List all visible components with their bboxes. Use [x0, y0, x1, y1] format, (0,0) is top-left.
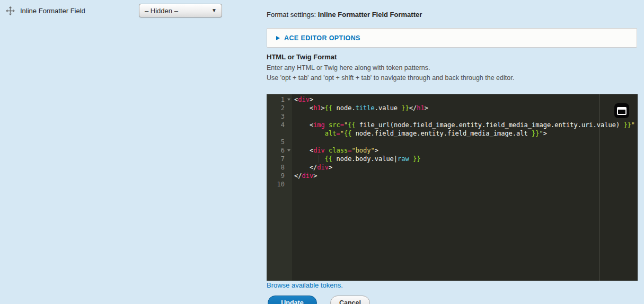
code-text: [292, 180, 294, 189]
code-line[interactable]: alt="{{ node.field_image.entity.field_me…: [267, 129, 638, 138]
format-select[interactable]: – Hidden – ▼: [139, 4, 222, 17]
field-row-label: Inline Formatter Field: [20, 7, 85, 15]
code-line[interactable]: 8 </div>: [267, 163, 638, 172]
select-arrow-icon: ▼: [211, 8, 217, 13]
format-description-line1: Enter any HTML or Twig here along with t…: [267, 64, 430, 71]
format-description-line2: Use 'opt + tab' and 'opt + shift + tab' …: [267, 74, 514, 82]
code-line[interactable]: 5: [267, 138, 638, 146]
cancel-button[interactable]: Cancel: [330, 296, 370, 304]
ace-editor-options-label: ACE EDITOR OPTIONS: [284, 34, 360, 42]
update-button[interactable]: Update: [268, 296, 317, 304]
format-settings-prefix: Format settings:: [267, 11, 318, 19]
drag-handle-icon[interactable]: [6, 6, 15, 15]
line-number: [267, 129, 292, 138]
code-line[interactable]: 2 <h1>{{ node.title.value }}</h1>: [267, 104, 638, 112]
html-twig-format-label: HTML or Twig Format: [267, 53, 337, 61]
format-settings-formatter-name: Inline Formatter Field Formatter: [318, 11, 422, 19]
code-text: <div>: [292, 95, 313, 104]
code-text: {{ node.body.value|raw }}: [292, 155, 420, 163]
line-number: 7: [267, 155, 292, 163]
code-lines: 1<div>2 <h1>{{ node.title.value }}</h1>3…: [267, 95, 638, 189]
code-text: [292, 112, 294, 121]
line-number: 6: [267, 146, 292, 155]
line-number: 2: [267, 104, 292, 112]
code-line[interactable]: 10: [267, 180, 638, 189]
fullscreen-toggle-button[interactable]: [614, 103, 629, 118]
ace-editor[interactable]: 1<div>2 <h1>{{ node.title.value }}</h1>3…: [267, 94, 638, 281]
line-number: 8: [267, 163, 292, 172]
line-number: 1: [267, 95, 292, 104]
code-text: </div>: [292, 163, 332, 172]
code-text: [292, 138, 294, 146]
code-line[interactable]: 9</div>: [267, 172, 638, 180]
format-select-value: – Hidden –: [139, 7, 211, 15]
code-text: </div>: [292, 172, 317, 180]
browse-tokens-link[interactable]: Browse available tokens.: [267, 281, 343, 289]
code-text: <div class="body">: [292, 146, 378, 155]
line-number: 4: [267, 121, 292, 129]
code-text: <h1>{{ node.title.value }}</h1>: [292, 104, 428, 112]
code-line[interactable]: 7 {{ node.body.value|raw }}: [267, 155, 638, 163]
ace-editor-options-fieldset[interactable]: ACE EDITOR OPTIONS: [267, 28, 637, 48]
code-text: alt="{{ node.field_image.entity.field_me…: [292, 129, 547, 138]
code-line[interactable]: 3: [267, 112, 638, 121]
manage-display-row: Inline Formatter Field – Hidden – ▼ Form…: [0, 0, 644, 304]
collapse-arrow-icon: [276, 36, 280, 40]
indent-guide: [319, 155, 319, 163]
window-icon: [617, 107, 627, 115]
move-icon: [6, 6, 15, 15]
line-number: 9: [267, 172, 292, 180]
line-number: 10: [267, 180, 292, 189]
format-settings-heading: Format settings: Inline Formatter Field …: [267, 11, 422, 19]
format-settings-panel: Format settings: Inline Formatter Field …: [267, 0, 638, 304]
fold-arrow-icon[interactable]: [287, 99, 290, 101]
code-text: <img src="{{ file_url(node.field_image.e…: [292, 121, 635, 129]
code-line[interactable]: 1<div>: [267, 95, 638, 104]
line-number: 3: [267, 112, 292, 121]
code-line[interactable]: 6 <div class="body">: [267, 146, 638, 155]
fold-arrow-icon[interactable]: [287, 149, 290, 151]
line-number: 5: [267, 138, 292, 146]
code-line[interactable]: 4 <img src="{{ file_url(node.field_image…: [267, 121, 638, 129]
